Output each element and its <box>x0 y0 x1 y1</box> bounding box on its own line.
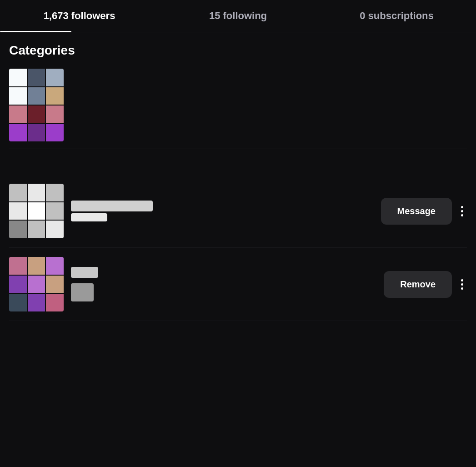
thumb-cell-1 <box>28 69 45 86</box>
avatar-cell <box>46 276 64 293</box>
follower-sub-box-2 <box>71 283 94 301</box>
tab-followers[interactable]: 1,673 followers <box>0 0 159 32</box>
tab-following[interactable]: 15 following <box>159 0 317 32</box>
tab-following-label: 15 following <box>209 10 267 21</box>
more-dot <box>461 214 463 216</box>
avatar-cell <box>46 202 64 220</box>
thumb-cell-4 <box>28 87 45 105</box>
more-options-button-1[interactable] <box>457 202 467 220</box>
avatar-cell <box>46 294 64 311</box>
more-dot <box>461 287 463 290</box>
thumb-cell-9 <box>9 124 27 142</box>
section-divider <box>9 149 467 149</box>
tab-subscriptions[interactable]: 0 subscriptions <box>317 0 476 32</box>
thumb-cell-8 <box>46 105 64 123</box>
thumb-cell-11 <box>46 124 64 142</box>
follower-name-area-1 <box>71 201 374 221</box>
more-dot <box>461 210 463 212</box>
avatar-cell <box>9 294 27 311</box>
avatar-cell <box>28 184 45 201</box>
follower-name-box-1 <box>71 201 153 211</box>
follower-name-box-2 <box>71 267 98 278</box>
thumb-cell-10 <box>28 124 45 142</box>
action-area-1: Message <box>381 198 467 225</box>
action-area-2: Remove <box>384 271 467 298</box>
message-button-label: Message <box>397 206 436 216</box>
followers-section: Message Remove <box>0 166 476 330</box>
remove-button-label: Remove <box>400 279 436 289</box>
categories-heading: Categories <box>9 43 467 58</box>
categories-section: Categories <box>9 43 467 141</box>
avatar-cell <box>28 276 45 293</box>
main-content: Categories <box>0 32 476 166</box>
avatar-cell <box>9 184 27 201</box>
more-dot <box>461 279 463 281</box>
avatar-cell <box>28 202 45 220</box>
avatar-cell <box>9 202 27 220</box>
follower-item: Remove <box>9 248 467 321</box>
tab-followers-label: 1,673 followers <box>44 10 115 21</box>
tabs-bar: 1,673 followers 15 following 0 subscript… <box>0 0 476 32</box>
more-options-button-2[interactable] <box>457 276 467 293</box>
avatar-cell <box>28 294 45 311</box>
follower-avatar-1[interactable] <box>9 184 64 238</box>
follower-item: Message <box>9 175 467 248</box>
thumb-cell-3 <box>9 87 27 105</box>
more-dot <box>461 283 463 286</box>
avatar-cell <box>46 184 64 201</box>
thumb-cell-7 <box>28 105 45 123</box>
avatar-cell <box>46 221 64 238</box>
follower-name-area-2 <box>71 267 376 301</box>
follower-avatar-2[interactable] <box>9 257 64 311</box>
thumb-cell-6 <box>9 105 27 123</box>
more-dot <box>461 206 463 208</box>
thumb-cell-5 <box>46 87 64 105</box>
avatar-cell <box>9 221 27 238</box>
thumb-cell-2 <box>46 69 64 86</box>
tab-subscriptions-label: 0 subscriptions <box>360 10 434 21</box>
avatar-cell <box>28 257 45 275</box>
avatar-cell <box>9 257 27 275</box>
message-button[interactable]: Message <box>381 198 452 225</box>
thumb-cell-0 <box>9 69 27 86</box>
remove-button[interactable]: Remove <box>384 271 452 298</box>
avatar-cell <box>28 221 45 238</box>
category-thumbnail[interactable] <box>9 69 64 141</box>
follower-sub-box-1 <box>71 213 107 221</box>
avatar-cell <box>46 257 64 275</box>
avatar-cell <box>9 276 27 293</box>
